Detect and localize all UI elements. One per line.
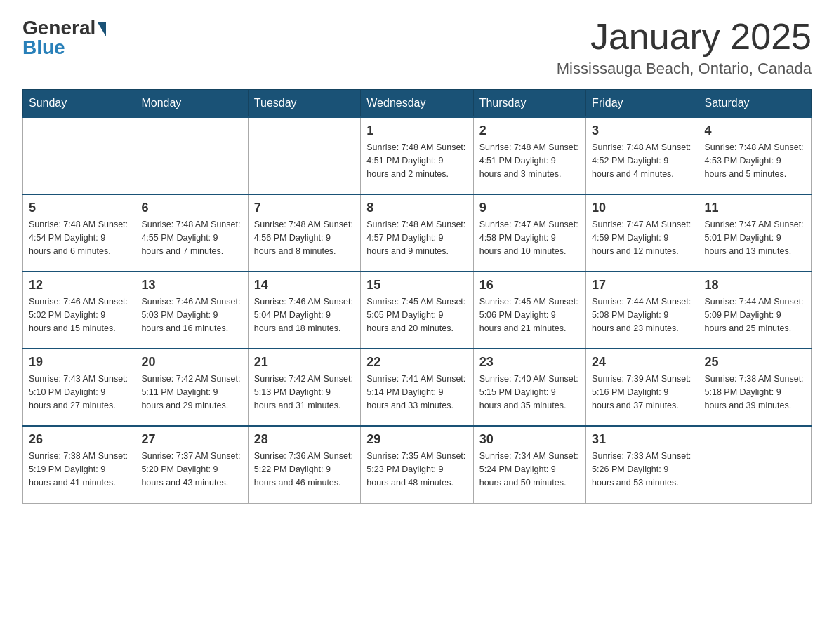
day-number: 13 xyxy=(141,278,241,293)
calendar-cell: 7Sunrise: 7:48 AM Sunset: 4:56 PM Daylig… xyxy=(248,194,360,271)
logo: General Blue xyxy=(22,17,106,59)
header-saturday: Saturday xyxy=(699,90,811,118)
day-number: 29 xyxy=(366,432,467,447)
calendar-cell: 3Sunrise: 7:48 AM Sunset: 4:52 PM Daylig… xyxy=(586,117,699,194)
day-info: Sunrise: 7:37 AM Sunset: 5:20 PM Dayligh… xyxy=(141,450,241,489)
header-row: SundayMondayTuesdayWednesdayThursdayFrid… xyxy=(23,90,812,118)
day-number: 5 xyxy=(29,201,129,215)
day-info: Sunrise: 7:48 AM Sunset: 4:55 PM Dayligh… xyxy=(141,218,241,257)
calendar-cell: 5Sunrise: 7:48 AM Sunset: 4:54 PM Daylig… xyxy=(23,194,135,271)
calendar-cell: 23Sunrise: 7:40 AM Sunset: 5:15 PM Dayli… xyxy=(473,349,585,426)
day-info: Sunrise: 7:36 AM Sunset: 5:22 PM Dayligh… xyxy=(254,450,355,489)
day-number: 4 xyxy=(705,123,805,138)
calendar-cell: 14Sunrise: 7:46 AM Sunset: 5:04 PM Dayli… xyxy=(248,271,360,349)
day-number: 9 xyxy=(479,201,580,215)
calendar-cell: 10Sunrise: 7:47 AM Sunset: 4:59 PM Dayli… xyxy=(586,194,699,271)
calendar-cell: 25Sunrise: 7:38 AM Sunset: 5:18 PM Dayli… xyxy=(699,349,811,426)
calendar-cell xyxy=(135,117,248,194)
day-number: 18 xyxy=(705,278,805,293)
day-info: Sunrise: 7:44 AM Sunset: 5:08 PM Dayligh… xyxy=(592,295,692,335)
calendar-cell: 31Sunrise: 7:33 AM Sunset: 5:26 PM Dayli… xyxy=(586,426,699,503)
day-info: Sunrise: 7:40 AM Sunset: 5:15 PM Dayligh… xyxy=(479,373,580,412)
calendar-week-row: 19Sunrise: 7:43 AM Sunset: 5:10 PM Dayli… xyxy=(23,349,812,426)
day-info: Sunrise: 7:48 AM Sunset: 4:52 PM Dayligh… xyxy=(592,141,692,180)
calendar-body: 1Sunrise: 7:48 AM Sunset: 4:51 PM Daylig… xyxy=(23,117,812,503)
day-info: Sunrise: 7:47 AM Sunset: 4:59 PM Dayligh… xyxy=(592,218,692,257)
day-info: Sunrise: 7:44 AM Sunset: 5:09 PM Dayligh… xyxy=(705,295,805,335)
calendar-cell: 4Sunrise: 7:48 AM Sunset: 4:53 PM Daylig… xyxy=(699,117,811,194)
day-number: 24 xyxy=(592,355,692,370)
calendar-week-row: 1Sunrise: 7:48 AM Sunset: 4:51 PM Daylig… xyxy=(23,117,812,194)
day-number: 6 xyxy=(141,201,241,215)
day-info: Sunrise: 7:35 AM Sunset: 5:23 PM Dayligh… xyxy=(366,450,467,489)
day-number: 23 xyxy=(479,355,580,370)
header-monday: Monday xyxy=(135,90,248,118)
day-number: 12 xyxy=(29,278,129,293)
day-info: Sunrise: 7:48 AM Sunset: 4:51 PM Dayligh… xyxy=(366,141,467,180)
logo-triangle-icon xyxy=(98,22,106,36)
calendar-cell xyxy=(699,426,811,503)
calendar-cell: 28Sunrise: 7:36 AM Sunset: 5:22 PM Dayli… xyxy=(248,426,360,503)
calendar-cell: 15Sunrise: 7:45 AM Sunset: 5:05 PM Dayli… xyxy=(361,271,473,349)
day-number: 28 xyxy=(254,432,355,447)
calendar-subtitle: Mississauga Beach, Ontario, Canada xyxy=(557,60,812,78)
day-number: 17 xyxy=(592,278,692,293)
page-header: General Blue January 2025 Mississauga Be… xyxy=(22,17,812,78)
calendar-cell: 2Sunrise: 7:48 AM Sunset: 4:51 PM Daylig… xyxy=(473,117,585,194)
day-info: Sunrise: 7:33 AM Sunset: 5:26 PM Dayligh… xyxy=(592,450,692,489)
header-friday: Friday xyxy=(586,90,699,118)
day-number: 15 xyxy=(366,278,467,293)
day-number: 20 xyxy=(141,355,241,370)
day-info: Sunrise: 7:48 AM Sunset: 4:57 PM Dayligh… xyxy=(366,218,467,257)
day-number: 1 xyxy=(366,123,467,138)
calendar-cell: 29Sunrise: 7:35 AM Sunset: 5:23 PM Dayli… xyxy=(361,426,473,503)
day-number: 19 xyxy=(29,355,129,370)
calendar-cell: 17Sunrise: 7:44 AM Sunset: 5:08 PM Dayli… xyxy=(586,271,699,349)
day-info: Sunrise: 7:38 AM Sunset: 5:19 PM Dayligh… xyxy=(29,450,129,489)
calendar-cell xyxy=(23,117,135,194)
calendar-week-row: 12Sunrise: 7:46 AM Sunset: 5:02 PM Dayli… xyxy=(23,271,812,349)
header-thursday: Thursday xyxy=(473,90,585,118)
day-number: 14 xyxy=(254,278,355,293)
calendar-cell: 24Sunrise: 7:39 AM Sunset: 5:16 PM Dayli… xyxy=(586,349,699,426)
day-number: 16 xyxy=(479,278,580,293)
header-wednesday: Wednesday xyxy=(361,90,473,118)
calendar-cell xyxy=(248,117,360,194)
calendar-cell: 11Sunrise: 7:47 AM Sunset: 5:01 PM Dayli… xyxy=(699,194,811,271)
day-number: 3 xyxy=(592,123,692,138)
day-info: Sunrise: 7:34 AM Sunset: 5:24 PM Dayligh… xyxy=(479,450,580,489)
calendar-cell: 6Sunrise: 7:48 AM Sunset: 4:55 PM Daylig… xyxy=(135,194,248,271)
day-info: Sunrise: 7:48 AM Sunset: 4:54 PM Dayligh… xyxy=(29,218,129,257)
day-info: Sunrise: 7:38 AM Sunset: 5:18 PM Dayligh… xyxy=(705,373,805,412)
title-block: January 2025 Mississauga Beach, Ontario,… xyxy=(557,17,812,78)
day-info: Sunrise: 7:42 AM Sunset: 5:11 PM Dayligh… xyxy=(141,373,241,412)
calendar-cell: 26Sunrise: 7:38 AM Sunset: 5:19 PM Dayli… xyxy=(23,426,135,503)
day-info: Sunrise: 7:41 AM Sunset: 5:14 PM Dayligh… xyxy=(366,373,467,412)
calendar-cell: 27Sunrise: 7:37 AM Sunset: 5:20 PM Dayli… xyxy=(135,426,248,503)
calendar-week-row: 26Sunrise: 7:38 AM Sunset: 5:19 PM Dayli… xyxy=(23,426,812,503)
day-info: Sunrise: 7:39 AM Sunset: 5:16 PM Dayligh… xyxy=(592,373,692,412)
day-info: Sunrise: 7:46 AM Sunset: 5:02 PM Dayligh… xyxy=(29,295,129,335)
day-info: Sunrise: 7:45 AM Sunset: 5:05 PM Dayligh… xyxy=(366,295,467,335)
calendar-cell: 8Sunrise: 7:48 AM Sunset: 4:57 PM Daylig… xyxy=(361,194,473,271)
header-sunday: Sunday xyxy=(23,90,135,118)
day-number: 8 xyxy=(366,201,467,215)
day-info: Sunrise: 7:42 AM Sunset: 5:13 PM Dayligh… xyxy=(254,373,355,412)
day-info: Sunrise: 7:48 AM Sunset: 4:56 PM Dayligh… xyxy=(254,218,355,257)
calendar-cell: 18Sunrise: 7:44 AM Sunset: 5:09 PM Dayli… xyxy=(699,271,811,349)
day-number: 26 xyxy=(29,432,129,447)
calendar-cell: 22Sunrise: 7:41 AM Sunset: 5:14 PM Dayli… xyxy=(361,349,473,426)
day-info: Sunrise: 7:46 AM Sunset: 5:04 PM Dayligh… xyxy=(254,295,355,335)
calendar-cell: 16Sunrise: 7:45 AM Sunset: 5:06 PM Dayli… xyxy=(473,271,585,349)
day-info: Sunrise: 7:48 AM Sunset: 4:51 PM Dayligh… xyxy=(479,141,580,180)
day-info: Sunrise: 7:46 AM Sunset: 5:03 PM Dayligh… xyxy=(141,295,241,335)
calendar-cell: 21Sunrise: 7:42 AM Sunset: 5:13 PM Dayli… xyxy=(248,349,360,426)
calendar-title: January 2025 xyxy=(557,17,812,57)
day-info: Sunrise: 7:45 AM Sunset: 5:06 PM Dayligh… xyxy=(479,295,580,335)
day-number: 2 xyxy=(479,123,580,138)
calendar-cell: 12Sunrise: 7:46 AM Sunset: 5:02 PM Dayli… xyxy=(23,271,135,349)
day-info: Sunrise: 7:43 AM Sunset: 5:10 PM Dayligh… xyxy=(29,373,129,412)
day-info: Sunrise: 7:48 AM Sunset: 4:53 PM Dayligh… xyxy=(705,141,805,180)
day-number: 30 xyxy=(479,432,580,447)
day-number: 25 xyxy=(705,355,805,370)
